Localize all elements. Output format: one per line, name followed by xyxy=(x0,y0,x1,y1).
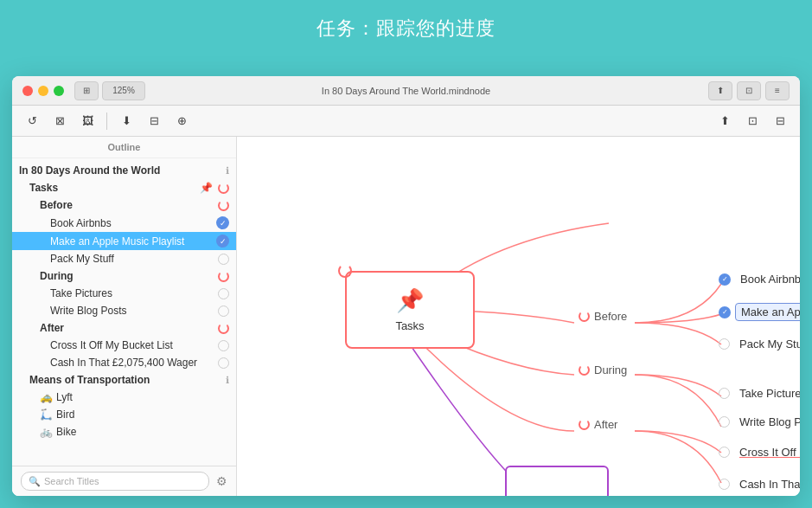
sidebar-item-after[interactable]: After xyxy=(12,319,236,337)
after-spinner xyxy=(218,323,229,334)
maximize-button[interactable] xyxy=(54,86,64,96)
blog-node-circle xyxy=(719,416,730,428)
title-bar: ⊞ 125% In 80 Days Around The World.mindn… xyxy=(12,76,800,106)
bucket-node-circle xyxy=(719,447,730,458)
zoom-display[interactable]: 125% xyxy=(102,81,145,100)
outline-root-item[interactable]: In 80 Days Around the World ℹ xyxy=(12,162,236,179)
mindmap-connections xyxy=(237,137,800,496)
window-toolbar: ⊞ 125% xyxy=(74,81,145,100)
toolbar-separator xyxy=(106,113,107,130)
settings-button[interactable]: ≡ xyxy=(765,81,790,100)
page-title: 任务：跟踪您的进度 xyxy=(0,0,812,52)
app-window: ⊞ 125% In 80 Days Around The World.mindn… xyxy=(12,76,800,496)
task-spinner xyxy=(338,264,352,278)
pictures-node-circle xyxy=(719,388,730,399)
view-button[interactable]: ⊡ xyxy=(737,81,761,100)
pack-circle xyxy=(218,254,229,265)
sidebar-item-take-pictures[interactable]: Take Pictures xyxy=(12,285,236,302)
mindmap-during-section: During xyxy=(579,363,627,376)
sidebar-item-bike[interactable]: 🚲 Bike xyxy=(12,423,236,440)
sidebar-item-before[interactable]: Before xyxy=(12,196,236,214)
sidebar-item-pack[interactable]: Pack My Stuff xyxy=(12,250,236,267)
task-box-icon: 📌 xyxy=(396,287,424,314)
sidebar-item-write-blog[interactable]: Write Blog Posts xyxy=(12,302,236,319)
add-button[interactable]: ⊕ xyxy=(170,110,193,132)
share-button[interactable]: ⬆ xyxy=(708,81,732,100)
during-spinner xyxy=(218,271,229,282)
airbnbs-check: ✓ xyxy=(216,216,229,229)
sidebar-item-transportation[interactable]: Means of Transportation ℹ xyxy=(12,371,236,389)
tag-button[interactable]: ⊟ xyxy=(143,110,165,132)
window-title: In 80 Days Around The World.mindnode xyxy=(322,86,490,96)
sidebar-toggle-button[interactable]: ⊞ xyxy=(74,81,99,100)
mindmap-take-pictures: Take Pictures xyxy=(719,385,800,402)
before-section-spinner xyxy=(579,311,590,322)
take-pictures-circle xyxy=(218,288,229,299)
traffic-lights xyxy=(22,86,64,96)
main-content: Outline In 80 Days Around the World ℹ Ta… xyxy=(12,137,800,496)
mindmap-before-section: Before xyxy=(579,310,627,323)
sidebar-header: Outline xyxy=(12,137,236,158)
image-button[interactable]: 🖼 xyxy=(76,110,99,132)
download-button[interactable]: ⬇ xyxy=(115,110,137,132)
mindmap-book-airbnbs: ✓ Book Airbnbs xyxy=(719,271,800,287)
search-placeholder: Search Titles xyxy=(44,476,99,486)
gear-button[interactable]: ⚙ xyxy=(216,474,227,488)
sidebar-item-tasks[interactable]: Tasks 📌 xyxy=(12,179,236,196)
write-blog-circle xyxy=(218,305,229,317)
filter-button[interactable]: ⊟ xyxy=(769,110,791,132)
apple-music-node-check: ✓ xyxy=(719,306,731,318)
sidebar-item-bird[interactable]: 🛴 Bird xyxy=(12,406,236,423)
pack-node-circle xyxy=(719,338,730,350)
sidebar-item-book-airbnbs[interactable]: Book Airbnbs ✓ xyxy=(12,214,236,232)
wager-node-circle xyxy=(719,479,730,490)
sidebar-item-lyft[interactable]: 🚕 Lyft xyxy=(12,389,236,406)
mindmap-area[interactable]: 📌 Tasks Before ✓ Book Airbnbs ✓ Make an … xyxy=(237,137,800,496)
sidebar-item-apple-music[interactable]: Make an Apple Music Playlist ✓ xyxy=(12,232,236,250)
sidebar-item-during[interactable]: During xyxy=(12,267,236,285)
mindmap-write-blog: Write Blog Posts xyxy=(719,414,800,430)
tasks-spinner xyxy=(218,183,229,194)
mindmap-apple-music: ✓ Make an Apple Music Playlist xyxy=(719,303,800,321)
outline-content[interactable]: In 80 Days Around the World ℹ Tasks 📌 Be… xyxy=(12,158,236,466)
undo-button[interactable]: ↺ xyxy=(21,110,43,132)
tasks-pin-icon: 📌 xyxy=(200,182,213,194)
mindmap-after-section: After xyxy=(579,418,617,431)
apple-music-check: ✓ xyxy=(216,235,229,248)
before-spinner xyxy=(218,200,229,211)
task-box-label: Tasks xyxy=(395,319,424,332)
sidebar-bottom: 🔍 Search Titles ⚙ xyxy=(12,466,236,496)
transport-info-icon: ℹ xyxy=(226,375,229,386)
search-box[interactable]: 🔍 Search Titles xyxy=(21,472,209,491)
task-center-box: 📌 Tasks xyxy=(345,271,475,349)
transportation-node-box xyxy=(505,466,609,496)
fullscreen-button[interactable]: ⊡ xyxy=(741,110,764,132)
mindmap-bucket-list: Cross It Off My Bucket List xyxy=(719,444,800,460)
sidebar-item-bucket-list[interactable]: Cross It Off My Bucket List xyxy=(12,337,236,354)
mindmap-pack-stuff: Pack My Stuff xyxy=(719,336,800,352)
share2-button[interactable]: ⊠ xyxy=(48,110,71,132)
export-button[interactable]: ⬆ xyxy=(713,110,736,132)
sidebar-item-cash-wager[interactable]: Cash In That £2,075,400 Wager xyxy=(12,354,236,371)
toolbar-row: ↺ ⊠ 🖼 ⬇ ⊟ ⊕ ⬆ ⊡ ⊟ xyxy=(12,106,800,137)
close-button[interactable] xyxy=(22,86,33,96)
minimize-button[interactable] xyxy=(38,86,48,96)
mindmap-cash-wager: Cash In That £2,075,400 Wager xyxy=(719,476,800,492)
during-section-spinner xyxy=(579,364,590,376)
after-section-spinner xyxy=(579,419,590,430)
sidebar: Outline In 80 Days Around the World ℹ Ta… xyxy=(12,137,237,496)
root-info-icon: ℹ xyxy=(226,165,229,177)
airbnbs-node-check: ✓ xyxy=(719,273,731,286)
bucket-list-circle xyxy=(218,340,229,351)
cash-wager-circle xyxy=(218,357,229,369)
